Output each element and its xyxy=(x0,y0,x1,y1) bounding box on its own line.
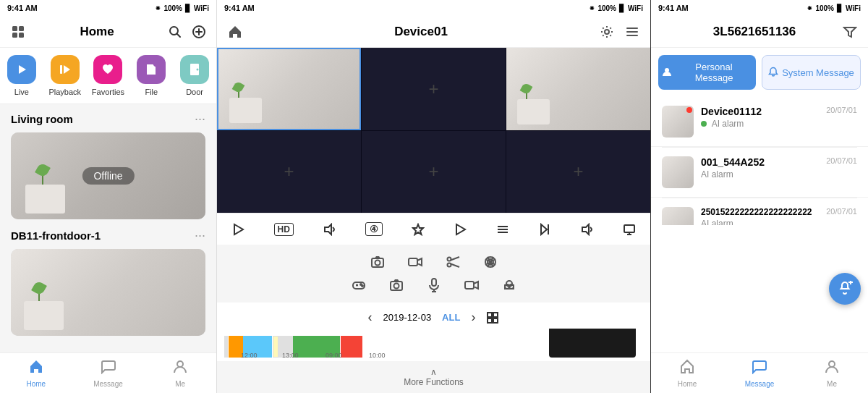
nav-me[interactable]: Me xyxy=(144,353,216,393)
record-icon[interactable] xyxy=(464,277,480,293)
device-home-icon[interactable] xyxy=(228,25,242,39)
msg-nav-me[interactable]: Me xyxy=(796,353,868,393)
svg-rect-58 xyxy=(488,313,492,317)
door-icon xyxy=(180,55,209,84)
play-btn[interactable] xyxy=(231,223,244,236)
action-favorites[interactable]: Favorties xyxy=(87,55,130,96)
play2-btn[interactable] xyxy=(454,223,467,236)
settings2-icon[interactable] xyxy=(482,254,498,270)
device-settings-icon[interactable] xyxy=(600,25,614,39)
add-feed-2-icon: + xyxy=(284,161,294,182)
msg-nav-home[interactable]: Home xyxy=(651,353,723,393)
tab-system-message[interactable]: System Message xyxy=(762,55,861,90)
mic-icon[interactable] xyxy=(426,277,442,293)
panel-messages: 9:41 AM ⁕ 100% ▊ WiFi · 3L5621651136 Per… xyxy=(651,0,868,393)
action-live[interactable]: Live xyxy=(0,55,43,96)
living-room-menu[interactable]: ··· xyxy=(195,111,205,127)
timeline-seg-4 xyxy=(265,336,272,358)
favorites-label: Favorties xyxy=(92,88,124,96)
panel-home: 9:41 AM ⁕ 100% ▊ WiFi Home xyxy=(0,0,217,393)
gamepad-icon[interactable] xyxy=(351,277,367,293)
timeline-popup[interactable]: ✕ xyxy=(549,329,636,358)
hd-btn[interactable]: HD xyxy=(274,223,294,236)
msg-item-2[interactable]: 001_544A252 AI alarm 20/07/01 xyxy=(651,148,868,198)
personal-msg-label: Personal Message xyxy=(676,62,752,83)
playback-label: Playback xyxy=(48,88,81,96)
msg-status-time: 9:41 AM xyxy=(658,4,689,12)
device-header: Device01 xyxy=(217,16,650,48)
video-cell-4[interactable]: + xyxy=(217,131,361,214)
cloud-icon[interactable] xyxy=(501,277,517,293)
msg-sub-2: AI alarm xyxy=(701,169,819,179)
db11-menu[interactable]: ··· xyxy=(195,228,205,243)
system-msg-label: System Message xyxy=(782,67,854,78)
battery-text: 100% xyxy=(163,4,182,12)
msg-content-2: 001_544A252 AI alarm xyxy=(701,156,819,179)
volume2-btn[interactable] xyxy=(580,223,593,236)
star-btn[interactable] xyxy=(412,223,425,236)
more-functions-bar[interactable]: ∧ More Functions xyxy=(217,361,650,393)
video-cell-3[interactable] xyxy=(506,48,650,130)
video-cell-2[interactable]: + xyxy=(362,48,506,130)
fab-button[interactable] xyxy=(829,273,861,305)
timeline-all[interactable]: ALL xyxy=(442,312,460,323)
living-room-image: Offline xyxy=(11,132,205,219)
msg-item-1[interactable]: Device01112 AI alarm 20/07/01 xyxy=(651,97,868,147)
svg-line-38 xyxy=(451,257,459,261)
svg-point-48 xyxy=(393,284,399,289)
video-cell-1[interactable] xyxy=(217,48,361,130)
svg-rect-25 xyxy=(498,232,508,233)
svg-rect-17 xyxy=(626,31,638,33)
msg-device-1: Device01112 xyxy=(701,106,819,117)
timeline-grid[interactable] xyxy=(486,311,499,324)
add-feed-3-icon: + xyxy=(428,161,438,182)
svg-marker-22 xyxy=(456,224,465,234)
skip-btn[interactable] xyxy=(538,223,551,236)
plant-leaf2 xyxy=(31,280,47,296)
search-icon[interactable] xyxy=(169,25,182,38)
device-battery: 100% xyxy=(597,4,616,12)
nav-home[interactable]: Home xyxy=(0,353,72,393)
plant-top xyxy=(35,162,51,178)
msg-signal: ▊ xyxy=(837,4,843,12)
video-cell-6[interactable]: + xyxy=(506,131,650,214)
msg-home-icon xyxy=(679,358,695,379)
capture-icon[interactable] xyxy=(370,254,386,270)
timeline-label-3: 09:00 xyxy=(326,352,342,358)
action-door[interactable]: Door xyxy=(173,55,216,96)
status-icons: ⁕ 100% ▊ WiFi xyxy=(155,4,209,12)
action-playback[interactable]: Playback xyxy=(43,55,87,96)
svg-point-37 xyxy=(447,263,451,267)
svg-marker-53 xyxy=(474,282,478,289)
add-icon[interactable] xyxy=(192,25,205,38)
video-cell-5[interactable]: + xyxy=(362,131,506,214)
db11-card[interactable] xyxy=(11,249,205,336)
device-menu-icon[interactable] xyxy=(625,25,639,39)
video-record-icon[interactable] xyxy=(407,254,423,270)
list-btn[interactable] xyxy=(496,223,509,236)
msg-nav-message[interactable]: Message xyxy=(723,353,796,393)
signal-icon: ▊ xyxy=(185,4,191,12)
timeline-next[interactable]: › xyxy=(471,310,475,325)
status-bar-home: 9:41 AM ⁕ 100% ▊ WiFi xyxy=(0,0,216,16)
screen-btn[interactable] xyxy=(623,223,636,236)
volume-btn[interactable] xyxy=(323,223,336,236)
tab-personal-message[interactable]: Personal Message xyxy=(658,55,756,90)
svg-point-14 xyxy=(177,361,183,367)
action-file[interactable]: File xyxy=(129,55,173,96)
grid-icon[interactable] xyxy=(11,25,25,39)
msg-device-2: 001_544A252 xyxy=(701,156,819,168)
device-bluetooth: ⁕ xyxy=(589,4,595,12)
msg-item-3[interactable]: 25015222222222222222222 AI alarm 20/07/0… xyxy=(651,198,868,225)
scissors-icon[interactable] xyxy=(445,254,461,270)
db11-header: DB11-frontdoor-1 ··· xyxy=(11,228,205,243)
msg-status-icons: ⁕ 100% ▊ WiFi xyxy=(807,4,861,12)
msg-tabs: Personal Message System Message xyxy=(651,48,868,97)
nav-message[interactable]: Message xyxy=(72,353,145,393)
living-room-card[interactable]: Offline xyxy=(11,132,205,219)
snapshot-icon[interactable] xyxy=(388,277,404,293)
quad-btn[interactable]: ④ xyxy=(365,222,383,236)
svg-marker-9 xyxy=(19,65,26,74)
timeline-prev[interactable]: ‹ xyxy=(368,310,373,325)
filter-icon[interactable] xyxy=(843,25,857,39)
